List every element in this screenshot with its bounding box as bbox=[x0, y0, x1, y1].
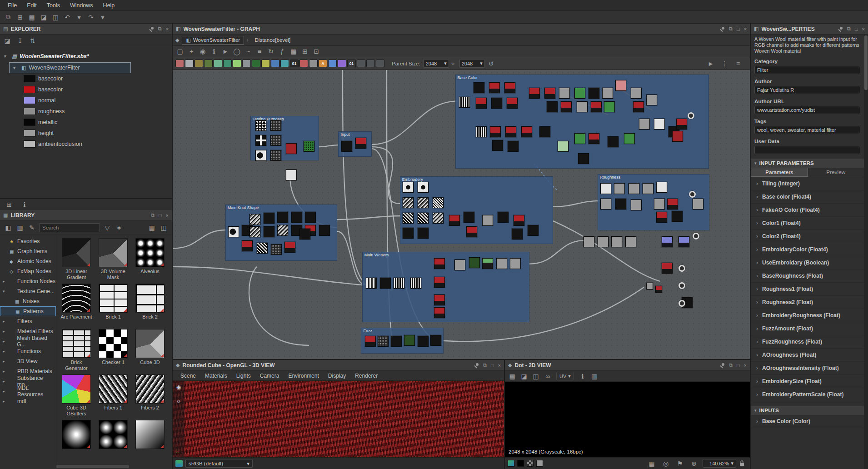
comment-icon[interactable] bbox=[357, 60, 365, 67]
graph-node[interactable] bbox=[264, 226, 274, 237]
value-processor-node-icon[interactable]: 01 bbox=[347, 60, 356, 67]
hierarchy-icon[interactable]: ⊞ bbox=[4, 199, 15, 210]
graph-node[interactable] bbox=[459, 97, 470, 108]
gray-background-swatch[interactable] bbox=[536, 460, 543, 467]
float-icon[interactable]: ⧉ bbox=[158, 26, 162, 32]
import-icon[interactable]: ↧ bbox=[15, 35, 25, 46]
graph-node[interactable] bbox=[496, 258, 507, 269]
graph-node[interactable] bbox=[242, 240, 253, 251]
pan-icon[interactable]: + bbox=[186, 46, 197, 57]
menu-item[interactable]: Edit bbox=[22, 0, 42, 11]
graph-node[interactable] bbox=[271, 244, 282, 255]
search-input[interactable] bbox=[39, 223, 100, 232]
funnel-icon[interactable]: ▽ bbox=[102, 222, 113, 233]
open-icon[interactable]: ▤ bbox=[26, 12, 37, 23]
graph-node[interactable] bbox=[656, 212, 667, 223]
directional-motion-node-icon[interactable] bbox=[252, 60, 260, 67]
parameter-row[interactable]: › EmbroidaryColor (Float4) bbox=[751, 243, 864, 256]
field-input[interactable]: wool, woven, sweater, material filter bbox=[754, 126, 860, 134]
graph-node[interactable] bbox=[464, 212, 474, 223]
view3d-menu-item[interactable]: Environment bbox=[284, 373, 323, 379]
pin-icon[interactable] bbox=[719, 26, 725, 32]
graph-node[interactable] bbox=[489, 82, 500, 93]
graph-node[interactable] bbox=[615, 80, 626, 91]
output-row[interactable]: metallic bbox=[20, 117, 172, 128]
graph-node[interactable] bbox=[319, 225, 330, 236]
graph-node[interactable] bbox=[286, 170, 297, 180]
parameter-row[interactable]: › FuzzRoughness (Float) bbox=[751, 335, 864, 349]
graph-node[interactable] bbox=[366, 278, 377, 289]
graph-node[interactable] bbox=[678, 265, 685, 272]
parameter-row[interactable]: › Color2 (Float4) bbox=[751, 230, 864, 243]
save-image-icon[interactable]: ◪ bbox=[519, 371, 529, 382]
zoom-level-input[interactable]: 140.62% ▾ bbox=[703, 459, 736, 468]
graph-node[interactable] bbox=[507, 98, 518, 109]
warp-node-icon[interactable] bbox=[261, 60, 270, 67]
library-item[interactable] bbox=[134, 420, 166, 463]
graph-node[interactable] bbox=[672, 131, 683, 142]
redo-caret-icon[interactable]: ▾ bbox=[97, 12, 108, 23]
graph-node[interactable] bbox=[676, 119, 687, 130]
graph-node[interactable] bbox=[418, 197, 429, 208]
library-category[interactable]: ▦ Patterns bbox=[0, 306, 56, 316]
library-item-thumbnail[interactable] bbox=[99, 284, 128, 313]
category-arrow-icon[interactable]: ▸ bbox=[3, 369, 7, 374]
graph-node[interactable] bbox=[403, 197, 414, 208]
parameter-row[interactable]: › AOroughnessIntensity (Float) bbox=[751, 362, 864, 375]
blend-node-icon[interactable] bbox=[185, 60, 194, 67]
output-row[interactable]: basecolor bbox=[20, 73, 172, 84]
zoom-fit-icon[interactable]: ⊕ bbox=[688, 458, 699, 469]
view3d-menu-item[interactable]: Camera bbox=[256, 373, 284, 379]
float-icon[interactable]: ⧉ bbox=[729, 26, 733, 32]
graph-node[interactable] bbox=[255, 150, 266, 161]
graph-node[interactable] bbox=[655, 286, 662, 293]
graph-node[interactable] bbox=[277, 225, 288, 236]
library-item[interactable]: Cube 3D GBuffers bbox=[60, 374, 93, 417]
flag-icon[interactable]: ⚑ bbox=[674, 458, 685, 469]
graph-node[interactable] bbox=[430, 335, 441, 346]
graph-node[interactable] bbox=[678, 282, 685, 289]
graph-node[interactable] bbox=[341, 141, 352, 152]
graph-node[interactable] bbox=[512, 229, 523, 239]
float-icon[interactable]: ⧉ bbox=[151, 212, 155, 218]
graph-node[interactable] bbox=[689, 191, 696, 198]
library-category[interactable]: ▸ MDL Resources bbox=[0, 386, 56, 396]
parameter-row[interactable]: › AOroughness (Float) bbox=[751, 349, 864, 362]
menu-item[interactable]: File bbox=[3, 0, 22, 11]
graph-node[interactable] bbox=[624, 133, 635, 144]
tab-parameters[interactable]: Parameters bbox=[751, 168, 808, 177]
inputs-section-header[interactable]: ▾ INPUTS bbox=[751, 406, 864, 415]
graph-node[interactable] bbox=[469, 257, 480, 268]
levels-node-icon[interactable] bbox=[195, 60, 203, 67]
category-arrow-icon[interactable]: ▸ bbox=[3, 399, 7, 404]
gradient-node-icon[interactable] bbox=[204, 60, 213, 67]
graph-node[interactable] bbox=[418, 228, 429, 239]
graph-node[interactable] bbox=[577, 101, 588, 112]
output-row[interactable]: roughness bbox=[20, 106, 172, 117]
graph-node[interactable] bbox=[270, 150, 281, 161]
category-arrow-icon[interactable]: ▸ bbox=[3, 359, 7, 364]
input-row[interactable]: › Base Color (Color) bbox=[751, 415, 864, 428]
favorite-filter-icon[interactable]: ∗ bbox=[114, 222, 125, 233]
graph-node[interactable] bbox=[249, 226, 260, 237]
graph-node[interactable] bbox=[277, 212, 288, 223]
graph-node[interactable] bbox=[299, 229, 310, 239]
size-link-icon[interactable]: ∞ bbox=[450, 58, 456, 69]
graph-node[interactable] bbox=[434, 277, 445, 288]
center-icon[interactable]: ◎ bbox=[660, 458, 671, 469]
graph-node[interactable] bbox=[631, 88, 642, 99]
graph-node[interactable] bbox=[434, 294, 445, 305]
float-icon[interactable]: ⧉ bbox=[483, 362, 487, 368]
graph-node[interactable] bbox=[491, 98, 502, 109]
float-icon[interactable]: ⧉ bbox=[729, 362, 733, 368]
menu-item[interactable]: Windows bbox=[65, 0, 98, 11]
view2d-viewport[interactable]: 2048 x 2048 (Grayscale, 16bpc) bbox=[505, 382, 750, 457]
histogram-icon[interactable]: ▥ bbox=[589, 371, 600, 382]
graph-node[interactable] bbox=[667, 199, 678, 210]
graph-node[interactable] bbox=[654, 199, 665, 210]
graph-node[interactable] bbox=[476, 98, 487, 109]
graph-node[interactable] bbox=[257, 243, 268, 254]
close-icon[interactable]: × bbox=[498, 363, 501, 368]
library-horizontal-scrollbar[interactable] bbox=[56, 465, 129, 468]
graph-node[interactable] bbox=[646, 283, 653, 289]
